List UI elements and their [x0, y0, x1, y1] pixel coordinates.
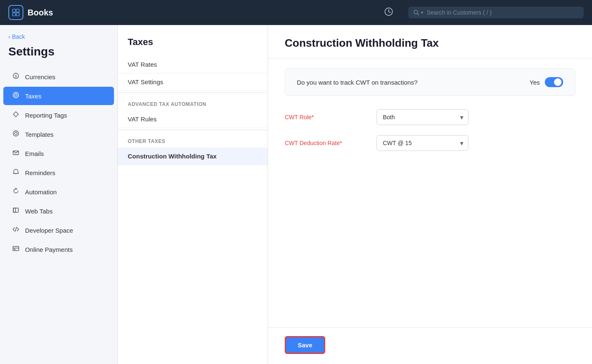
- right-content: Do you want to track CWT on transactions…: [268, 58, 592, 171]
- sidebar-item-label: Templates: [25, 131, 53, 138]
- cwt-track-right: Yes: [530, 77, 563, 87]
- reminders-icon: [12, 168, 20, 177]
- svg-point-11: [13, 131, 19, 136]
- svg-line-17: [15, 227, 17, 231]
- svg-rect-15: [13, 208, 18, 212]
- sidebar: ‹ Back Settings $ Currencies Taxes Repor…: [0, 25, 118, 364]
- currencies-icon: $: [12, 73, 20, 81]
- top-navigation: Books ▾: [0, 0, 592, 25]
- reporting-tags-icon: [12, 111, 20, 119]
- cwt-deduction-rate-row: CWT Deduction Rate* CWT @ 15 CWT @ 10 CW…: [285, 135, 575, 151]
- svg-point-12: [15, 132, 17, 135]
- sidebar-item-reporting-tags[interactable]: Reporting Tags: [3, 106, 114, 124]
- search-input[interactable]: [427, 9, 579, 16]
- cwt-track-card: Do you want to track CWT on transactions…: [285, 68, 575, 96]
- mid-nav-vat-rates[interactable]: VAT Rates: [118, 56, 268, 73]
- sidebar-item-currencies[interactable]: $ Currencies: [3, 68, 114, 86]
- main-layout: ‹ Back Settings $ Currencies Taxes Repor…: [0, 25, 592, 364]
- back-button[interactable]: ‹ Back: [0, 33, 117, 45]
- sidebar-item-developer-space[interactable]: Developer Space: [3, 221, 114, 239]
- search-icon: [413, 10, 419, 15]
- back-label: Back: [12, 33, 25, 40]
- svg-rect-18: [13, 246, 19, 251]
- online-payments-icon: [12, 245, 20, 254]
- cwt-toggle-yes-label: Yes: [530, 79, 540, 86]
- logo-icon: [8, 5, 23, 20]
- cwt-deduction-rate-label: CWT Deduction Rate*: [285, 140, 377, 146]
- sidebar-item-label: Online Payments: [25, 246, 73, 253]
- cwt-deduction-rate-select[interactable]: CWT @ 15 CWT @ 10 CWT @ 5 CWT @ 2: [377, 135, 468, 151]
- mid-nav-vat-rules[interactable]: VAT Rules: [118, 110, 268, 128]
- sidebar-item-label: Automation: [25, 188, 57, 196]
- emails-icon: [12, 149, 20, 158]
- back-chevron-icon: ‹: [8, 33, 10, 40]
- sidebar-title: Settings: [0, 45, 117, 67]
- save-button[interactable]: Save: [285, 336, 325, 354]
- recent-activity-button[interactable]: [384, 7, 393, 18]
- sidebar-item-label: Emails: [25, 150, 44, 157]
- cwt-track-toggle[interactable]: [545, 77, 563, 87]
- sidebar-item-online-payments[interactable]: Online Payments: [3, 240, 114, 259]
- automation-icon: [12, 188, 20, 196]
- mid-section-other-taxes: OTHER TAXES: [118, 132, 268, 148]
- sidebar-item-automation[interactable]: Automation: [3, 183, 114, 201]
- svg-rect-20: [14, 249, 15, 250]
- right-panel: Construction Withholding Tax Do you want…: [268, 25, 592, 364]
- search-icon-wrap: ▾: [413, 10, 423, 15]
- sidebar-item-label: Currencies: [25, 73, 56, 80]
- cwt-role-label: CWT Role*: [285, 114, 377, 120]
- middle-panel-title: Taxes: [118, 25, 268, 56]
- search-bar: ▾: [408, 7, 584, 18]
- svg-text:$: $: [15, 74, 17, 78]
- sidebar-item-label: Web Tabs: [25, 208, 53, 215]
- app-name: Books: [28, 8, 53, 18]
- svg-rect-0: [13, 9, 15, 12]
- svg-point-9: [13, 93, 19, 98]
- templates-icon: [12, 130, 20, 138]
- app-logo: Books: [8, 5, 53, 20]
- sidebar-item-label: Taxes: [25, 93, 41, 100]
- developer-space-icon: [12, 226, 20, 234]
- sidebar-item-label: Reporting Tags: [25, 112, 67, 119]
- mid-nav-vat-settings[interactable]: VAT Settings: [118, 73, 268, 91]
- svg-line-6: [417, 14, 419, 15]
- cwt-role-select[interactable]: Both Buyer Supplier: [377, 109, 468, 125]
- svg-point-10: [15, 94, 17, 96]
- svg-rect-1: [16, 9, 19, 12]
- middle-panel: Taxes VAT Rates VAT Settings ADVANCED TA…: [118, 25, 268, 364]
- cwt-deduction-rate-select-wrapper: CWT @ 15 CWT @ 10 CWT @ 5 CWT @ 2: [377, 135, 468, 151]
- right-panel-header: Construction Withholding Tax: [268, 25, 592, 58]
- svg-rect-2: [13, 13, 15, 16]
- sidebar-item-taxes[interactable]: Taxes: [3, 87, 114, 105]
- cwt-role-row: CWT Role* Both Buyer Supplier: [285, 109, 575, 125]
- sidebar-item-emails[interactable]: Emails: [3, 144, 114, 163]
- sidebar-item-web-tabs[interactable]: Web Tabs: [3, 202, 114, 220]
- toggle-slider: [545, 77, 563, 87]
- mid-nav-construction-withholding-tax[interactable]: Construction Withholding Tax: [118, 148, 268, 165]
- taxes-icon: [12, 92, 20, 100]
- save-area: Save: [268, 327, 592, 364]
- mid-section-advanced-tax-automation: ADVANCED TAX AUTOMATION: [118, 95, 268, 110]
- cwt-track-label: Do you want to track CWT on transactions…: [297, 79, 417, 86]
- sidebar-item-label: Reminders: [25, 169, 56, 176]
- svg-rect-16: [13, 208, 15, 212]
- sidebar-item-reminders[interactable]: Reminders: [3, 163, 114, 182]
- svg-rect-3: [16, 13, 19, 16]
- search-dropdown-arrow[interactable]: ▾: [421, 10, 423, 15]
- cwt-role-select-wrapper: Both Buyer Supplier: [377, 109, 468, 125]
- right-panel-title: Construction Withholding Tax: [285, 37, 575, 50]
- sidebar-item-label: Developer Space: [25, 227, 73, 234]
- web-tabs-icon: [12, 207, 20, 215]
- sidebar-item-templates[interactable]: Templates: [3, 125, 114, 143]
